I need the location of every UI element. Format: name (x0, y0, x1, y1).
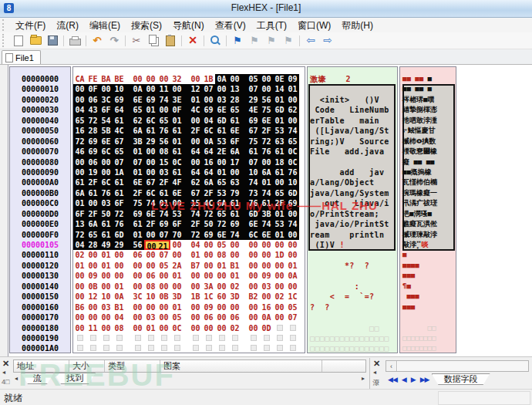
hex-byte-cell[interactable]: 00 (144, 261, 157, 271)
hex-byte-cell[interactable]: 00 (157, 323, 170, 333)
hex-byte-cell[interactable]: 11 (157, 84, 170, 94)
hex-byte-cell[interactable]: 3B (131, 137, 144, 147)
hex-byte-cell[interactable]: 08 (113, 323, 126, 333)
hex-byte-cell[interactable]: 03 (99, 302, 113, 312)
hex-byte-cell[interactable]: 01 (131, 167, 144, 177)
hex-byte-cell[interactable]: BA (99, 74, 113, 84)
hex-byte-cell[interactable]: 00 (144, 157, 157, 167)
hex-byte-cell[interactable]: 00 (286, 250, 299, 260)
hex-byte-cell[interactable]: 28 (228, 95, 241, 105)
hex-byte-cell[interactable]: 00 (99, 312, 113, 322)
horizontal-scrollbar[interactable]: ‹ (386, 360, 529, 372)
hex-byte-cell[interactable]: 74 (286, 126, 299, 136)
hex-byte-cell[interactable]: 00 (131, 302, 144, 312)
hex-byte-cell[interactable]: 69 (202, 230, 215, 240)
hex-byte-cell[interactable]: 6C (99, 147, 113, 157)
hex-byte-cell[interactable]: 2E (215, 147, 228, 157)
hex-byte-cell[interactable]: 03 (99, 198, 113, 208)
hex-byte-cell[interactable]: 2F (260, 126, 273, 136)
hex-byte-cell[interactable]: 01 (273, 116, 286, 126)
hex-byte-cell[interactable]: 6A (260, 167, 273, 177)
hex-byte-cell[interactable]: 0A (113, 292, 126, 302)
hex-empty-cell[interactable] (113, 343, 126, 353)
hex-byte-cell[interactable]: 6F (99, 105, 113, 115)
hex-byte-cell[interactable]: FE (86, 74, 99, 84)
paste-button[interactable] (163, 34, 178, 48)
hex-byte-cell[interactable]: 00 (170, 282, 184, 292)
hex-byte-cell[interactable]: 60 (215, 292, 228, 302)
hex-byte-cell[interactable]: 12 (86, 292, 99, 302)
hex-byte-cell[interactable]: 00 (86, 312, 99, 322)
hex-byte-cell[interactable]: 76 (260, 147, 273, 157)
hex-byte-cell[interactable]: 00 (273, 177, 286, 187)
hex-byte-cell[interactable]: 61 (99, 219, 113, 229)
menu-item-2[interactable]: 编辑(E) (84, 19, 126, 32)
hex-byte-cell[interactable]: 03 (157, 167, 170, 177)
hex-byte-cell[interactable]: 00 (144, 167, 157, 177)
hex-byte-cell[interactable]: 6D (113, 230, 126, 240)
hex-byte-cell[interactable]: 6F (228, 137, 241, 147)
hex-byte-cell[interactable]: 04 (202, 116, 215, 126)
hex-byte-cell[interactable]: 6E (228, 126, 241, 136)
hex-byte-cell[interactable]: 00 (202, 250, 215, 260)
hex-byte-cell[interactable]: 00 (202, 261, 215, 271)
hex-byte-cell[interactable]: 00 (99, 157, 113, 167)
hex-byte-cell[interactable]: 02 (228, 323, 241, 333)
hex-byte-cell[interactable]: 16 (202, 157, 215, 167)
hex-byte-cell[interactable]: B6 (73, 302, 86, 312)
nav-next-icon[interactable]: ▶ (411, 376, 416, 383)
hex-byte-cell[interactable]: BE (113, 74, 126, 84)
hex-byte-cell[interactable]: 53 (273, 219, 286, 229)
hex-byte-cell[interactable]: 01 (99, 261, 113, 271)
copy-button[interactable] (146, 34, 161, 48)
hex-byte-cell[interactable]: 00 (247, 261, 260, 271)
hex-byte-cell[interactable]: 00 (157, 282, 170, 292)
hex-empty-cell[interactable] (131, 343, 144, 353)
hex-byte-cell[interactable]: 61 (113, 188, 126, 198)
hex-byte-cell[interactable]: 6F (113, 198, 126, 208)
hex-empty-cell[interactable] (189, 333, 202, 343)
hex-byte-cell[interactable]: 00 (131, 282, 144, 292)
menu-item-4[interactable]: 导航(N) (167, 19, 210, 32)
hex-byte-cell[interactable]: 69 (113, 95, 126, 105)
hex-byte-cell[interactable]: 73 (247, 188, 260, 198)
hex-byte-cell[interactable]: 16 (73, 126, 86, 136)
hex-byte-cell[interactable]: 3D (228, 292, 241, 302)
hex-byte-cell[interactable]: 6C (247, 230, 260, 240)
hex-byte-cell[interactable]: 06 (86, 157, 99, 167)
hex-byte-cell[interactable]: 2A (170, 261, 184, 271)
hex-byte-cell[interactable]: 00 (73, 95, 86, 105)
hex-byte-cell[interactable]: 00 (73, 282, 86, 292)
hex-byte-cell[interactable]: 0C (286, 147, 299, 157)
hex-byte-cell[interactable]: 3C (99, 95, 113, 105)
hex-byte-cell[interactable]: 00 (99, 84, 113, 94)
hex-byte-cell[interactable]: 00 (286, 230, 299, 240)
bookmark-set-button[interactable]: ⚑ (230, 34, 245, 48)
hex-byte-cell[interactable]: 61 (273, 147, 286, 157)
hex-byte-cell[interactable]: 4F (170, 177, 184, 187)
hex-empty-cell[interactable] (202, 333, 215, 343)
hex-byte-cell[interactable]: 00 (131, 74, 144, 84)
hex-byte-cell[interactable]: 6C (99, 177, 113, 187)
hex-byte-cell[interactable]: 2F (86, 209, 99, 219)
hex-byte-cell[interactable]: 00 (170, 84, 184, 94)
hex-byte-cell[interactable]: 1A (113, 167, 126, 177)
hex-byte-cell[interactable]: 00 (113, 261, 126, 271)
hex-byte-cell[interactable]: 00 (144, 147, 157, 157)
hex-byte-cell[interactable]: 2F (144, 219, 157, 229)
hex-byte-cell[interactable]: 67 (247, 126, 260, 136)
hex-byte-cell[interactable]: 6C (202, 126, 215, 136)
hex-byte-cell[interactable]: 46 (73, 147, 86, 157)
hex-byte-cell[interactable]: 1B (202, 74, 215, 84)
hex-byte-cell[interactable]: 67 (113, 137, 126, 147)
collapse-icon[interactable]: ◂ (373, 369, 376, 376)
hex-byte-cell[interactable]: 00 (286, 240, 299, 250)
hex-byte-cell[interactable]: 15 (157, 157, 170, 167)
menu-item-0[interactable]: 文件(F) (10, 19, 51, 32)
hex-byte-cell[interactable]: 50 (202, 219, 215, 229)
hex-byte-cell[interactable]: 0A (131, 84, 144, 94)
hex-byte-cell[interactable]: 53 (273, 126, 286, 136)
hex-empty-cell[interactable] (286, 333, 299, 343)
hex-byte-cell[interactable]: 0C (170, 157, 184, 167)
hex-byte-cell[interactable]: 07 (247, 157, 260, 167)
